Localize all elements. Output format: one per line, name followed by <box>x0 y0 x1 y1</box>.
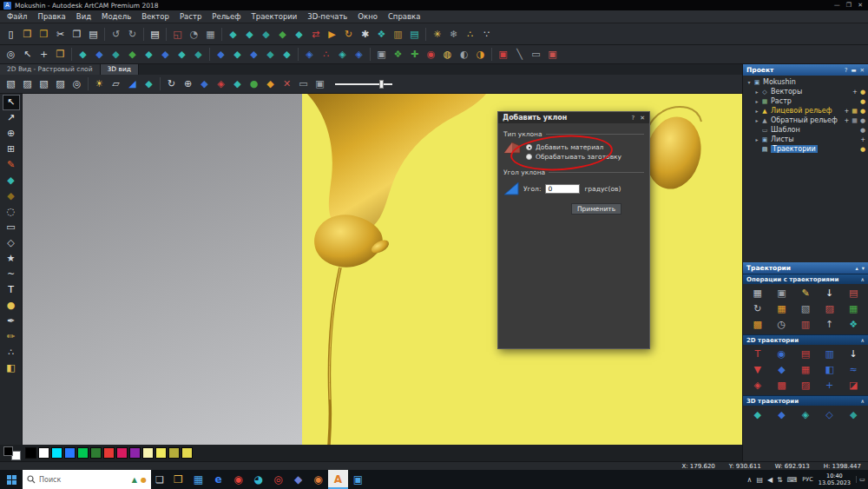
toggle-light[interactable]: ☀ <box>92 76 108 91</box>
scale-relief-height[interactable]: ◆ <box>259 27 274 42</box>
new-model[interactable]: ▯ <box>3 27 19 42</box>
tree-item-sheets[interactable]: ▸▣Листы+ <box>743 135 868 144</box>
model-lights[interactable]: ◔ <box>187 27 202 42</box>
dialog-title-bar[interactable]: Добавить уклон ? ✕ <box>498 112 649 123</box>
front-relief-grid-toggle[interactable]: ▦ <box>852 108 858 115</box>
menu-item-vector[interactable]: Вектор <box>136 10 174 23</box>
menu-item-bitmap[interactable]: Растр <box>174 10 207 23</box>
menu-item-file[interactable]: Файл <box>2 10 32 23</box>
color-swatch-3[interactable] <box>64 447 76 459</box>
dot-cluster[interactable]: ∴ <box>319 47 334 62</box>
open-file[interactable]: ❒ <box>53 47 69 62</box>
volume-icon[interactable]: ◀ <box>767 476 773 484</box>
toolpath-archive[interactable]: ▤ <box>842 287 865 301</box>
relief-eraser-tool[interactable]: ◆ <box>3 174 19 188</box>
minimize-button[interactable]: — <box>834 1 840 10</box>
cut[interactable]: ✂ <box>53 27 69 42</box>
toolpath-up[interactable]: ↑ <box>819 318 841 332</box>
3d-cutout[interactable]: ◇ <box>819 408 841 422</box>
extrude[interactable]: ◆ <box>247 47 262 62</box>
color-swatch-0[interactable] <box>25 447 36 459</box>
project-help-button[interactable]: ? <box>845 67 847 74</box>
tree-expander-icon[interactable]: ▸ <box>753 98 760 104</box>
open-model[interactable]: ❒ <box>20 27 36 42</box>
slice-model[interactable]: ╲ <box>512 47 528 62</box>
gadget-half-dark[interactable]: ◐ <box>457 47 472 62</box>
relief-multi-tool[interactable]: ◈ <box>214 76 229 91</box>
laser-texture[interactable]: ◆ <box>842 408 865 422</box>
angle-input[interactable] <box>545 184 580 194</box>
tree-expander-icon[interactable]: ▸ <box>753 117 760 123</box>
color-swatch-10[interactable] <box>155 447 167 459</box>
toolpath-simulation[interactable]: ▦ <box>746 287 769 301</box>
start-button[interactable] <box>0 470 23 489</box>
tree-expander-icon[interactable]: ▸ <box>753 108 760 114</box>
toolpaths-visibility-toggle[interactable]: ● <box>860 146 865 153</box>
radio-machine-stock[interactable]: Обрабатывать заготовку <box>526 153 621 161</box>
color-swatch-1[interactable] <box>38 447 49 459</box>
color-swatch-4[interactable] <box>77 447 89 459</box>
pan-view[interactable]: ⊕ <box>181 76 196 91</box>
pencil-tool[interactable]: ✏ <box>3 330 19 344</box>
save-model[interactable]: ❒ <box>36 27 52 42</box>
polygon-tool[interactable]: ◇ <box>3 236 19 250</box>
tree-item-mokushin[interactable]: ▾▣Mokushin <box>743 77 868 87</box>
action-center-button[interactable]: ▭ <box>856 476 865 483</box>
save-toolpaths[interactable]: ↓ <box>819 287 841 301</box>
toolpath-array-copy[interactable]: ▩ <box>746 318 769 332</box>
rough-machining[interactable]: ◆ <box>771 408 793 422</box>
add-vectors-button[interactable]: + <box>852 89 858 96</box>
cutout-toolpath[interactable]: ↓ <box>842 347 865 361</box>
tree-item-toolpaths[interactable]: ▤Траектории● <box>743 144 868 154</box>
v-bit-carving[interactable]: ▼ <box>746 363 769 377</box>
measure-tool[interactable]: + <box>36 47 52 62</box>
toolpath-operations-chevron-icon[interactable]: ∧ <box>861 276 865 282</box>
taskbar-clock[interactable]: 10:40 13.05.2023 <box>819 472 851 486</box>
toolpath-summary[interactable]: ✎ <box>794 287 817 301</box>
trim-vectors[interactable]: ◆ <box>191 47 207 62</box>
fill-bucket-tool[interactable]: ◧ <box>3 361 19 375</box>
zoom-extents[interactable]: ◎ <box>69 76 85 91</box>
offset-vector[interactable]: ◆ <box>92 47 108 62</box>
draft-plane[interactable]: ▱ <box>108 76 124 91</box>
vector-boundary[interactable]: ◆ <box>76 47 91 62</box>
add-front-relief-layer-button[interactable]: + <box>844 108 849 115</box>
tree-item-front-relief[interactable]: ▸▲Лицевой рельеф+▦● <box>743 106 868 116</box>
dialog-help-button[interactable]: ? <box>631 115 635 122</box>
gadget-half-orange[interactable]: ◑ <box>473 47 489 62</box>
fluting[interactable]: ≈ <box>842 363 865 377</box>
raster-visibility-toggle[interactable]: ● <box>860 98 865 105</box>
discord-icon[interactable]: ◆ <box>288 470 308 489</box>
ring-wizard[interactable]: ◍ <box>440 47 456 62</box>
paste[interactable]: ▤ <box>86 27 102 42</box>
nesting[interactable]: ◆ <box>125 47 141 62</box>
template-visibility-toggle[interactable]: ● <box>860 127 865 134</box>
star-tool[interactable]: ★ <box>3 252 19 266</box>
undo[interactable]: ↺ <box>108 27 124 42</box>
spin[interactable]: ◆ <box>263 47 279 62</box>
text-tool[interactable]: T <box>3 283 19 297</box>
color-swatch-9[interactable] <box>142 447 154 459</box>
edge-icon[interactable]: e <box>208 470 228 489</box>
close-button[interactable]: ✕ <box>858 1 863 10</box>
file-explorer-icon[interactable]: ❒ <box>168 470 188 489</box>
radio-add-material[interactable]: Добавить материал <box>526 143 621 151</box>
fit-curve[interactable]: ◆ <box>158 47 174 62</box>
vector-path[interactable]: ∵ <box>479 27 495 42</box>
language-indicator[interactable]: РУС <box>802 476 812 483</box>
pan-tool[interactable]: ⊕ <box>3 127 19 141</box>
relief-layers[interactable]: ▤ <box>407 27 423 42</box>
notes[interactable]: ▤ <box>148 27 163 42</box>
grid-snap-tool[interactable]: ⊞ <box>3 142 19 156</box>
mirror-relief[interactable]: ↻ <box>341 27 357 42</box>
side-milling[interactable]: ◪ <box>842 379 865 393</box>
toolpath-nest[interactable]: ▦ <box>842 302 865 316</box>
relief-preview[interactable]: ◆ <box>141 76 157 91</box>
texture-relief[interactable]: ❖ <box>374 27 390 42</box>
select-tool[interactable]: ↖ <box>3 96 19 109</box>
hidden-icons-chevron[interactable]: ∧ <box>747 476 753 484</box>
back-relief-visibility-toggle[interactable]: ● <box>860 117 865 124</box>
keyboard-icon[interactable]: ⌨ <box>787 476 798 484</box>
tree-expander-icon[interactable]: ▾ <box>746 79 753 85</box>
toolpaths-collapse-button[interactable]: ▴ <box>855 265 858 272</box>
